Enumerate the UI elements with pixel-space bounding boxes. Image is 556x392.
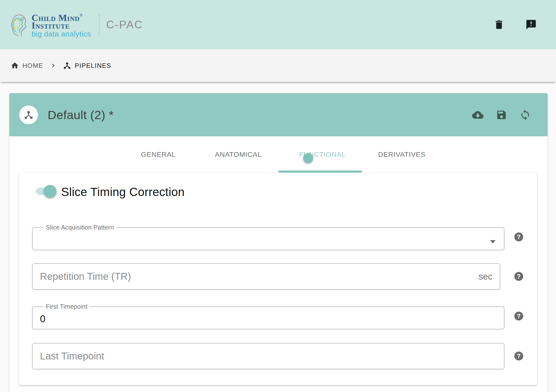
sync-icon bbox=[519, 109, 531, 121]
breadcrumb-home[interactable]: HOME bbox=[11, 61, 43, 70]
slice-timing-correction-label: Slice Timing Correction bbox=[61, 185, 185, 199]
breadcrumb: HOME PIPELINES bbox=[0, 49, 556, 82]
brand-name-line2: Institute bbox=[32, 22, 91, 29]
brand-name-line1: Child Mind® bbox=[32, 11, 91, 22]
app-bar: Child Mind® Institute big data analytics… bbox=[0, 0, 556, 49]
functional-panel: Slice Timing Correction Slice Acquisitio… bbox=[19, 173, 537, 385]
pipeline-avatar bbox=[19, 106, 38, 124]
help-icon[interactable]: ? bbox=[514, 272, 523, 281]
brand-divider bbox=[99, 14, 99, 35]
brand-tagline: big data analytics bbox=[32, 30, 91, 38]
reset-pipeline-button[interactable] bbox=[519, 109, 531, 121]
appbar-actions bbox=[493, 0, 537, 49]
delete-pipelines-button[interactable] bbox=[493, 19, 505, 30]
tab-anatomical[interactable]: ANATOMICAL bbox=[214, 136, 263, 173]
first-timepoint-label: First Timepoint bbox=[43, 303, 90, 310]
slice-acquisition-pattern-select[interactable] bbox=[40, 234, 484, 245]
slice-acquisition-pattern-field[interactable]: Slice Acquisition Pattern bbox=[32, 224, 504, 250]
pipeline-actions bbox=[472, 93, 531, 136]
dropdown-arrow-icon[interactable] bbox=[490, 240, 496, 244]
pipeline-tabs: GENERAL ANATOMICAL FUNCTIONAL DERIVATIVE… bbox=[9, 136, 548, 173]
pipeline-card: Default (2) * GENERAL A bbox=[9, 93, 548, 392]
home-icon bbox=[11, 61, 19, 70]
feedback-icon bbox=[525, 19, 537, 30]
tab-general-label: GENERAL bbox=[141, 151, 176, 159]
last-timepoint-field[interactable] bbox=[32, 343, 504, 369]
pipeline-hub-icon bbox=[23, 110, 34, 120]
pipeline-title: Default (2) * bbox=[48, 106, 114, 124]
feedback-button[interactable] bbox=[525, 19, 537, 30]
last-timepoint-input[interactable] bbox=[40, 351, 497, 362]
slice-acquisition-pattern-label: Slice Acquisition Pattern bbox=[43, 224, 116, 231]
first-timepoint-input[interactable] bbox=[40, 313, 484, 324]
breadcrumb-home-label: HOME bbox=[22, 62, 43, 70]
registered-mark: ® bbox=[80, 13, 83, 17]
breadcrumb-pipelines-label: PIPELINES bbox=[75, 62, 111, 70]
brand-wordmark: Child Mind® Institute big data analytics bbox=[32, 11, 91, 38]
tab-general[interactable]: GENERAL bbox=[134, 136, 183, 173]
cpac-pipeline-page: { "header": { "brand_name_line1": "Child… bbox=[0, 0, 556, 392]
app-title: C-PAC bbox=[106, 18, 143, 31]
tab-anatomical-label: ANATOMICAL bbox=[215, 151, 261, 159]
tab-derivatives-label: DERIVATIVES bbox=[378, 151, 426, 159]
breadcrumb-pipelines[interactable]: PIPELINES bbox=[63, 61, 111, 70]
save-pipeline-button[interactable] bbox=[496, 109, 507, 121]
repetition-time-input[interactable] bbox=[40, 271, 474, 282]
pipeline-hub-icon bbox=[63, 61, 71, 70]
help-icon[interactable]: ? bbox=[514, 352, 523, 360]
download-pipeline-button[interactable] bbox=[472, 109, 483, 121]
child-mind-head-logo-icon bbox=[10, 13, 28, 36]
tab-derivatives[interactable]: DERIVATIVES bbox=[377, 136, 426, 173]
help-icon[interactable]: ? bbox=[514, 232, 523, 241]
repetition-time-field[interactable]: sec bbox=[32, 263, 500, 290]
help-icon[interactable]: ? bbox=[514, 312, 523, 321]
active-tab-indicator bbox=[278, 171, 362, 173]
chevron-right-icon bbox=[50, 62, 57, 69]
repetition-time-unit: sec bbox=[479, 271, 492, 282]
first-timepoint-field[interactable]: First Timepoint bbox=[32, 303, 504, 329]
delete-icon bbox=[493, 19, 505, 30]
brand-logo[interactable]: Child Mind® Institute big data analytics bbox=[10, 11, 91, 38]
slice-timing-correction-switch[interactable] bbox=[36, 188, 56, 195]
save-icon bbox=[496, 109, 507, 121]
pipeline-card-header: Default (2) * bbox=[9, 93, 548, 136]
tab-functional[interactable]: FUNCTIONAL bbox=[278, 136, 362, 173]
cloud-download-icon bbox=[472, 109, 483, 121]
